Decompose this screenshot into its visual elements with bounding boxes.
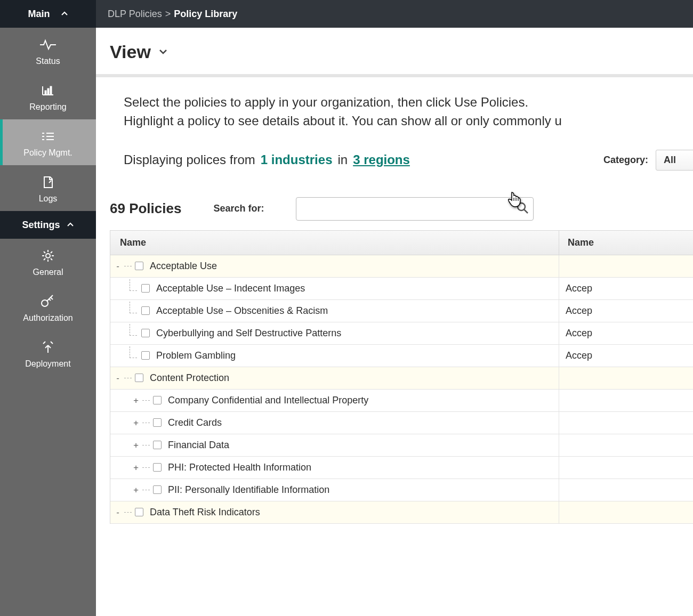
- search-icon[interactable]: [515, 201, 529, 217]
- table-row[interactable]: +Credit Cards: [110, 412, 693, 434]
- cell-name: -Acceptable Use: [110, 255, 559, 277]
- cell-name: +Credit Cards: [110, 412, 559, 434]
- breadcrumb-sep: >: [165, 9, 171, 20]
- sidebar-item-deployment[interactable]: Deployment: [0, 330, 96, 376]
- search-box: [296, 197, 534, 221]
- sidebar-header-settings-label: Settings: [22, 220, 60, 231]
- search-input[interactable]: [296, 197, 534, 221]
- filter-regions-link[interactable]: 3 regions: [353, 152, 410, 167]
- tree-connector-icon: [142, 490, 150, 490]
- checkbox[interactable]: [153, 485, 162, 494]
- checkbox[interactable]: [153, 441, 162, 449]
- tree-expand-icon[interactable]: +: [133, 395, 139, 406]
- sidebar-item-label: Authorization: [23, 313, 72, 323]
- cell-name: Cyberbullying and Self Destructive Patte…: [110, 322, 559, 344]
- table-row[interactable]: +Company Confidential and Intellectual P…: [110, 390, 693, 412]
- policy-list-icon: [39, 129, 57, 144]
- sidebar-item-label: Reporting: [29, 102, 66, 112]
- table-row[interactable]: Acceptable Use – Obscenities & RacismAcc…: [110, 300, 693, 322]
- intro-text: Select the policies to apply in your org…: [124, 93, 693, 131]
- checkbox[interactable]: [135, 262, 143, 270]
- cell-right: [559, 367, 693, 389]
- cell-name: +PHI: Protected Health Information: [110, 457, 559, 479]
- sidebar: Main Status Reporting Policy Mgmt.: [0, 0, 96, 616]
- table-row[interactable]: Cyberbullying and Self Destructive Patte…: [110, 322, 693, 345]
- checkbox[interactable]: [153, 418, 162, 427]
- checkbox[interactable]: [141, 306, 150, 315]
- cell-name: -Content Protection: [110, 367, 559, 389]
- row-label: Credit Cards: [168, 417, 222, 428]
- sidebar-item-authorization[interactable]: Authorization: [0, 285, 96, 330]
- chevron-down-icon: [158, 47, 168, 57]
- checkbox[interactable]: [153, 396, 162, 404]
- view-dropdown[interactable]: View: [110, 42, 693, 62]
- sidebar-item-policy-mgmt[interactable]: Policy Mgmt.: [0, 119, 96, 165]
- checkbox[interactable]: [141, 329, 150, 337]
- table-header-row: Name Name: [110, 231, 693, 255]
- column-header-name2[interactable]: Name: [559, 231, 693, 255]
- key-icon: [39, 294, 57, 309]
- breadcrumb-parent[interactable]: DLP Policies: [108, 9, 162, 20]
- sidebar-item-reporting[interactable]: Reporting: [0, 74, 96, 119]
- cell-right: [559, 434, 693, 456]
- row-label: Acceptable Use: [150, 261, 217, 272]
- row-label: Company Confidential and Intellectual Pr…: [168, 395, 368, 406]
- tree-expand-icon[interactable]: +: [133, 463, 139, 473]
- cell-name: Acceptable Use – Indecent Images: [110, 278, 559, 299]
- tree-collapse-icon[interactable]: -: [115, 261, 121, 271]
- table-row[interactable]: Acceptable Use – Indecent ImagesAccep: [110, 278, 693, 300]
- tree-expand-icon[interactable]: +: [133, 418, 139, 428]
- table-row[interactable]: +PHI: Protected Health Information: [110, 457, 693, 479]
- table-row[interactable]: +PII: Personally Identifiable Informatio…: [110, 479, 693, 501]
- column-header-name[interactable]: Name: [110, 231, 559, 255]
- tree-collapse-icon[interactable]: -: [115, 507, 121, 517]
- tree-connector-icon: [130, 324, 137, 336]
- checkbox[interactable]: [141, 284, 150, 293]
- sidebar-header-settings[interactable]: Settings: [0, 211, 96, 239]
- checkbox[interactable]: [141, 351, 150, 360]
- table-row[interactable]: -Content Protection: [110, 367, 693, 390]
- table-row[interactable]: Problem GamblingAccep: [110, 345, 693, 367]
- bar-chart-icon: [39, 83, 57, 98]
- logs-icon: [39, 175, 57, 190]
- category-filter: Category: All: [603, 150, 693, 171]
- tree-connector-icon: [142, 467, 150, 468]
- sidebar-item-status[interactable]: Status: [0, 28, 96, 74]
- svg-rect-0: [45, 91, 46, 95]
- checkbox[interactable]: [135, 374, 143, 382]
- row-label: Acceptable Use – Indecent Images: [156, 283, 305, 294]
- cell-right: [559, 255, 693, 277]
- search-label: Search for:: [213, 203, 264, 214]
- sidebar-item-general[interactable]: General: [0, 239, 96, 285]
- sidebar-item-logs[interactable]: Logs: [0, 165, 96, 211]
- cell-name: Acceptable Use – Obscenities & Racism: [110, 300, 559, 322]
- tree-expand-icon[interactable]: +: [133, 440, 139, 450]
- filter-in: in: [337, 152, 348, 167]
- cell-right: [559, 501, 693, 523]
- cell-right: [559, 412, 693, 434]
- content-area: View Select the policies to apply in you…: [96, 28, 693, 524]
- cell-right: Accep: [559, 345, 693, 367]
- checkbox[interactable]: [135, 508, 143, 516]
- tree-connector-icon: [124, 512, 132, 513]
- sidebar-item-label: Status: [36, 56, 60, 66]
- category-select[interactable]: All: [656, 150, 693, 171]
- table-row[interactable]: +Financial Data: [110, 434, 693, 457]
- activity-icon: [39, 37, 57, 52]
- cell-name: +PII: Personally Identifiable Informatio…: [110, 479, 559, 501]
- sidebar-item-label: General: [33, 268, 63, 277]
- deployment-icon: [39, 340, 57, 355]
- table-row[interactable]: -Data Theft Risk Indicators: [110, 501, 693, 524]
- checkbox[interactable]: [153, 463, 162, 472]
- svg-point-3: [46, 254, 50, 258]
- tree-expand-icon[interactable]: +: [133, 485, 139, 495]
- policy-count: 69 Policies: [110, 200, 181, 217]
- cell-right: Accep: [559, 322, 693, 344]
- table-row[interactable]: -Acceptable Use: [110, 255, 693, 278]
- chevron-up-icon: [67, 221, 74, 229]
- tree-collapse-icon[interactable]: -: [115, 373, 121, 383]
- row-label: PII: Personally Identifiable Information: [168, 484, 329, 496]
- tree-connector-icon: [142, 445, 150, 445]
- sidebar-header-main-label: Main: [28, 9, 50, 20]
- sidebar-header-main[interactable]: Main: [0, 0, 96, 28]
